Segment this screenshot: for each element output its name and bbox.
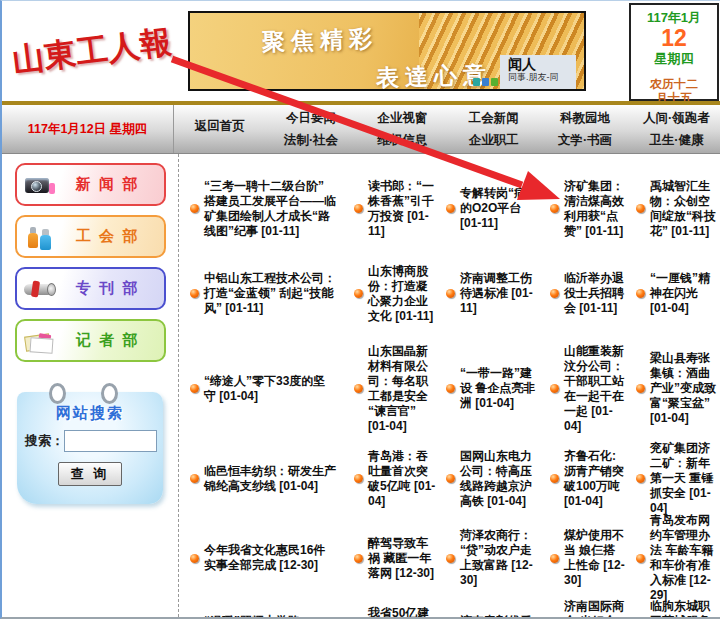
news-link[interactable]: 齐鲁石化:沥青产销突破100万吨 [01-04] (564, 449, 627, 509)
news-link[interactable]: 临沂举办退役士兵招聘会 [01-11] (564, 271, 627, 316)
news-cell: 济矿集团：清洁煤高效利用获“点赞” [01-11] (544, 166, 630, 251)
bullet-icon (354, 554, 363, 563)
nav-link[interactable]: 企业视窗 (357, 110, 448, 127)
nav-link[interactable]: 文学·书画 (539, 132, 630, 149)
news-cell: 我省50亿建“对一 (348, 591, 440, 619)
search-label: 搜索： (25, 432, 64, 450)
news-link[interactable]: 菏泽农商行：“贷”动农户走上致富路 [12-30] (460, 528, 541, 588)
news-link[interactable]: “温暖”照耀上学路 (204, 614, 300, 619)
bullet-icon (636, 384, 645, 393)
news-cell: 禹城智汇生物：众创空间绽放“科技花” [01-11] (630, 166, 720, 251)
search-title: 网站搜索 (17, 392, 163, 423)
news-cell: 济南调整工伤待遇标准 [01-11] (440, 251, 544, 336)
news-link[interactable]: 我省50亿建“对一 (368, 606, 437, 619)
bullet-icon (550, 384, 559, 393)
news-cell: 青岛港：吞吐量首次突破5亿吨 [01-04] (348, 441, 440, 516)
binder-ring-icon (101, 383, 118, 404)
sidebar-department-button[interactable]: 专 刊 部 (15, 267, 166, 310)
bullet-icon (636, 474, 645, 483)
news-row: 今年我省文化惠民16件实事全部完成 [12-30]醉驾导致车祸 藏匿一年落网 [… (180, 513, 720, 591)
nav-column: 工会新闻企业职工 (448, 105, 539, 153)
news-link[interactable]: 山东博商股份：打造凝心聚力企业文化 [01-11] (368, 264, 437, 324)
search-input[interactable] (64, 430, 157, 452)
news-cell: 菏泽农商行：“贷”动农户走上致富路 [12-30] (440, 513, 544, 603)
news-cell: 青岛发布网约车管理办法 车龄车籍和车价有准入标准 [12-29] (630, 513, 720, 603)
news-link[interactable]: 济南国际商会:当好会员企 (564, 599, 627, 619)
sidebar-department-button[interactable]: 工 会 部 (15, 215, 166, 258)
calendar-year-month: 117年1月 (631, 9, 717, 26)
news-cell: 济南国际商会:当好会员企 (544, 591, 630, 619)
news-link[interactable]: 青岛港：吞吐量首次突破5亿吨 [01-04] (368, 449, 437, 509)
bullet-icon (446, 474, 455, 483)
news-link[interactable]: 济南表彰优秀 (460, 614, 532, 619)
news-link[interactable]: “缔途人”零下33度的坚守 [01-04] (204, 374, 336, 404)
scroll-icon (23, 274, 57, 304)
news-link[interactable]: 济南调整工伤待遇标准 [01-11] (460, 271, 541, 316)
news-link[interactable]: “一厘钱”精神在闪光 [01-04] (650, 271, 717, 316)
news-row: “温暖”照耀上学路我省50亿建“对一济南表彰优秀济南国际商会:当好会员企临朐东城… (180, 591, 720, 619)
site-logo[interactable]: 山東工人報 (10, 19, 186, 84)
news-link[interactable]: 山能重装新汶分公司：干部职工站在一起干在一起 [01-04] (564, 344, 627, 434)
news-cell: “一带一路”建设 鲁企点亮非洲 [01-04] (440, 336, 544, 441)
bullet-icon (190, 474, 199, 483)
news-link[interactable]: 山东国晶新材料有限公司：每名职工都是安全“谏言官” [01-04] (368, 344, 437, 434)
bullet-icon (550, 204, 559, 213)
bullet-icon (190, 204, 199, 213)
bullet-icon (354, 289, 363, 298)
news-link[interactable]: 中铝山东工程技术公司：打造“金蓝领” 刮起“技能风” [01-11] (204, 271, 336, 316)
news-cell: “缔途人”零下33度的坚守 [01-04] (180, 336, 348, 441)
search-submit-button[interactable]: 查 询 (58, 462, 123, 486)
banner-popup: 闻人 同事.朋友-同 (500, 55, 576, 89)
bullet-icon (550, 474, 559, 483)
news-link[interactable]: 青岛发布网约车管理办法 车龄车籍和车价有准入标准 [12-29] (650, 513, 717, 603)
news-link[interactable]: “一带一路”建设 鲁企点亮非洲 [01-04] (460, 366, 541, 411)
nav-link[interactable]: 工会新闻 (448, 110, 539, 127)
news-link[interactable]: 梁山县寿张集镇：酒曲产业”变成致富“聚宝盆” [01-04] (650, 351, 717, 426)
nav-link[interactable]: 企业职工 (448, 132, 539, 149)
nav-link[interactable]: 维权信息 (357, 132, 448, 149)
news-cell: 齐鲁石化:沥青产销突破100万吨 [01-04] (544, 441, 630, 516)
news-cell: 中铝山东工程技术公司：打造“金蓝领” 刮起“技能风” [01-11] (180, 251, 348, 336)
calendar-day: 12 (631, 26, 717, 50)
news-link[interactable]: 临朐东城职工药械服务站启 (650, 599, 717, 619)
news-link[interactable]: 醉驾导致车祸 藏匿一年落网 [12-30] (368, 536, 437, 581)
bullet-icon (446, 289, 455, 298)
calendar-widget: 117年1月 12 星期四 农历十二 月十五 (629, 3, 719, 101)
news-link[interactable]: 煤炉使用不当 娘仨搭上性命 [12-30] (564, 528, 627, 588)
news-row: 临邑恒丰纺织：研发生产锦纶高支纱线 [01-04]青岛港：吞吐量首次突破5亿吨 … (180, 441, 720, 513)
news-grid: “三考一聘十二级台阶” 搭建员工发展平台——临矿集团绘制人才成长“路线图”纪事 … (180, 154, 720, 617)
bullet-icon (636, 204, 645, 213)
nav-link[interactable]: 人间·领跑者 (631, 110, 720, 127)
bullet-icon (354, 384, 363, 393)
department-label: 专 刊 部 (57, 279, 158, 298)
news-link[interactable]: 今年我省文化惠民16件实事全部完成 [12-30] (204, 543, 336, 573)
banner-popup-title: 闻人 (508, 57, 576, 72)
sidebar-department-button[interactable]: 记 者 部 (15, 319, 166, 362)
news-cell: 临沂举办退役士兵招聘会 [01-11] (544, 251, 630, 336)
news-link[interactable]: 临邑恒丰纺织：研发生产锦纶高支纱线 [01-04] (204, 464, 336, 494)
sidebar: 新 闻 部工 会 部专 刊 部记 者 部 网站搜索 搜索： 查 询 (2, 154, 179, 617)
nav-link[interactable]: 今日要闻 (265, 110, 356, 127)
news-cell: 济南表彰优秀 (440, 591, 544, 619)
banner-slogan-line2: 表達心意 (375, 59, 492, 91)
news-cell: “温暖”照耀上学路 (180, 591, 348, 619)
news-cell: 临朐东城职工药械服务站启 (630, 591, 720, 619)
news-link[interactable]: 读书郎：“一株香蕉”引千万投资 [01-11] (368, 179, 437, 239)
banner-image: 聚焦精彩 表達心意 闻人 同事.朋友-同 (188, 11, 586, 91)
nav-link[interactable]: 卫生·健康 (631, 132, 720, 149)
news-cell: 山东国晶新材料有限公司：每名职工都是安全“谏言官” [01-04] (348, 336, 440, 441)
sidebar-department-button[interactable]: 新 闻 部 (15, 163, 166, 206)
news-link[interactable]: 禹城智汇生物：众创空间绽放“科技花” [01-11] (650, 179, 717, 239)
department-label: 工 会 部 (57, 227, 158, 246)
nav-column: 科教园地文学·书画 (539, 105, 630, 153)
nav-link[interactable]: 科教园地 (539, 110, 630, 127)
nav-link[interactable]: 返回首页 (174, 118, 265, 135)
news-link[interactable]: 济矿集团：清洁煤高效利用获“点赞” [01-11] (564, 179, 627, 239)
news-link[interactable]: 兖矿集团济二矿：新年第一天 重锤抓安全 [01-04] (650, 441, 717, 516)
news-link[interactable]: 专解转岗“病”的O2O平台 [01-11] (460, 186, 541, 231)
news-link[interactable]: “三考一聘十二级台阶” 搭建员工发展平台——临矿集团绘制人才成长“路线图”纪事 … (204, 179, 336, 239)
news-link[interactable]: 国网山东电力公司：特高压线路跨越京沪高铁 [01-04] (460, 449, 541, 509)
banner-popup-subtitle: 同事.朋友-同 (508, 72, 576, 83)
bullet-icon (354, 204, 363, 213)
nav-link[interactable]: 法制·社会 (265, 132, 356, 149)
